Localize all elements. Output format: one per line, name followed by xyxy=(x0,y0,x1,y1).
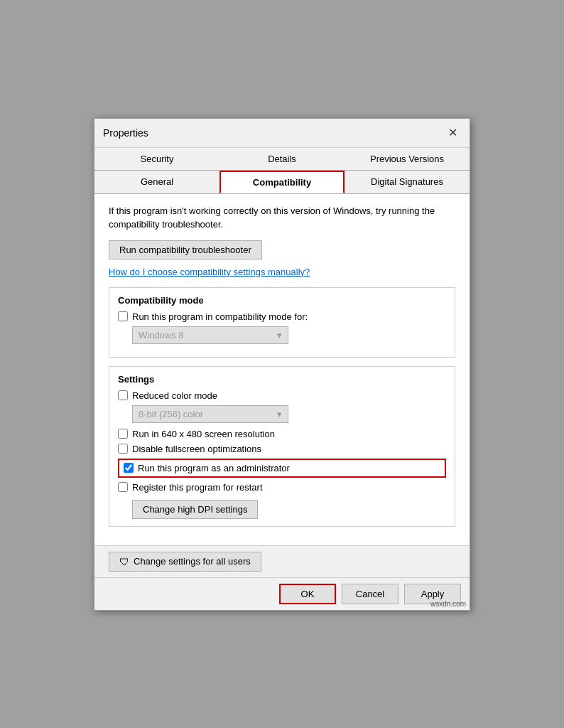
change-all-users-section: 🛡 Change settings for all users xyxy=(94,545,470,577)
dialog-title: Properties xyxy=(103,127,148,139)
cancel-button[interactable]: Cancel xyxy=(342,584,398,604)
properties-dialog: Properties ✕ Security Details Previous V… xyxy=(94,118,470,611)
dialog-footer: OK Cancel Apply xyxy=(94,577,470,610)
change-dpi-button[interactable]: Change high DPI settings xyxy=(132,500,258,519)
change-all-users-label: Change settings for all users xyxy=(134,556,251,567)
resolution-row: Run in 640 x 480 screen resolution xyxy=(118,429,446,439)
compatibility-mode-section: Compatibility mode Run this program in c… xyxy=(109,287,455,358)
change-all-users-button[interactable]: 🛡 Change settings for all users xyxy=(109,552,261,572)
compatibility-mode-checkbox[interactable] xyxy=(118,311,128,321)
color-mode-dropdown[interactable]: 8-bit (256) color ▾ xyxy=(132,405,288,423)
resolution-checkbox[interactable] xyxy=(118,429,128,439)
compatibility-mode-title: Compatibility mode xyxy=(118,295,446,306)
tab-security[interactable]: Security xyxy=(94,148,219,170)
how-do-i-link[interactable]: How do I choose compatibility settings m… xyxy=(109,267,455,277)
close-button[interactable]: ✕ xyxy=(444,124,461,141)
title-bar: Properties ✕ xyxy=(94,119,470,148)
restart-label: Register this program for restart xyxy=(132,482,263,493)
watermark: wsxdn.com xyxy=(430,600,466,608)
reduced-color-label: Reduced color mode xyxy=(132,390,217,401)
dropdown-chevron-icon: ▾ xyxy=(277,330,282,341)
color-mode-value: 8-bit (256) color xyxy=(139,409,203,419)
compatibility-mode-label: Run this program in compatibility mode f… xyxy=(132,311,308,322)
tabs-row1: Security Details Previous Versions xyxy=(94,148,470,171)
shield-icon: 🛡 xyxy=(119,556,129,567)
content-area: If this program isn't working correctly … xyxy=(94,194,470,545)
settings-title: Settings xyxy=(118,374,446,385)
fullscreen-checkbox[interactable] xyxy=(118,444,128,454)
description-text: If this program isn't working correctly … xyxy=(109,204,455,232)
reduced-color-row: Reduced color mode xyxy=(118,390,446,401)
fullscreen-label: Disable fullscreen optimizations xyxy=(132,444,261,454)
settings-section: Settings Reduced color mode 8-bit (256) … xyxy=(109,366,455,527)
dropdown-chevron-icon2: ▾ xyxy=(277,409,282,419)
tab-previous-versions[interactable]: Previous Versions xyxy=(345,148,470,170)
admin-row: Run this program as an administrator xyxy=(118,459,446,478)
run-troubleshooter-button[interactable]: Run compatibility troubleshooter xyxy=(109,240,262,259)
reduced-color-checkbox[interactable] xyxy=(118,390,128,400)
admin-label: Run this program as an administrator xyxy=(138,463,290,473)
restart-row: Register this program for restart xyxy=(118,482,446,493)
admin-checkbox[interactable] xyxy=(124,463,134,473)
tab-digital-signatures[interactable]: Digital Signatures xyxy=(345,171,470,193)
tab-details[interactable]: Details xyxy=(219,148,345,170)
compatibility-mode-row: Run this program in compatibility mode f… xyxy=(118,311,446,322)
windows-version-value: Windows 8 xyxy=(139,330,184,341)
tabs-row2: General Compatibility Digital Signatures xyxy=(94,171,470,194)
restart-checkbox[interactable] xyxy=(118,482,128,492)
resolution-label: Run in 640 x 480 screen resolution xyxy=(132,429,275,439)
tab-general[interactable]: General xyxy=(94,171,219,193)
windows-version-dropdown[interactable]: Windows 8 ▾ xyxy=(132,326,288,344)
fullscreen-row: Disable fullscreen optimizations xyxy=(118,444,446,454)
tab-compatibility[interactable]: Compatibility xyxy=(219,171,345,193)
ok-button[interactable]: OK xyxy=(279,584,336,604)
